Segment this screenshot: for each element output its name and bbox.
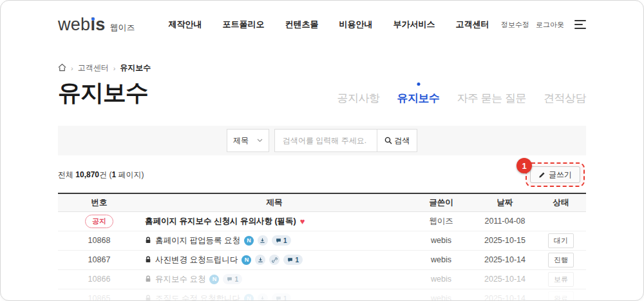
post-title-cell: 홈페이지 유지보수 신청시 유의사항 (필독)♥ [140, 211, 408, 231]
total-count: 10,870 [75, 170, 99, 179]
post-date: 2025-10-15 [474, 231, 536, 250]
post-number: 10866 [58, 269, 140, 289]
title-row: 유지보수 공지사항유지보수자주 묻는 질문견적상담 [58, 77, 586, 109]
post-status-cell: 대기 [536, 231, 586, 250]
column-header-4: 날짜 [474, 193, 536, 211]
post-title-link[interactable]: 홈페이지 팝업등록 요청 [155, 235, 240, 246]
lock-icon [145, 275, 151, 283]
board-tabs: 공지사항유지보수자주 묻는 질문견적상담 [337, 91, 586, 109]
post-title-cell: 유지보수 요청N1 [140, 269, 408, 289]
write-button[interactable]: 글쓰기 [530, 166, 580, 183]
breadcrumb: ›고객센터›유지보수 [58, 63, 586, 73]
utility-link-1[interactable]: 정보수정 [501, 20, 529, 30]
post-writer: webis [408, 289, 474, 301]
nav-item-1[interactable]: 제작안내 [169, 19, 202, 30]
search-input[interactable] [275, 130, 377, 151]
nav-item-4[interactable]: 비용안내 [339, 19, 373, 30]
status-badge: 완료 [548, 291, 574, 301]
column-header-1: 번호 [58, 193, 140, 211]
post-title-link[interactable]: 홈페이지 유지보수 신청시 유의사항 (필독) [145, 216, 296, 227]
comment-count-badge: 1 [283, 255, 303, 265]
post-number: 10868 [58, 231, 140, 250]
search-button[interactable]: 검색 [377, 130, 417, 151]
post-writer: 웹이즈 [408, 211, 474, 231]
search-category-value: 제목 [233, 135, 249, 146]
site-header: web is 웹이즈 제작안내포트폴리오컨텐츠몰비용안내부가서비스고객센터 정보… [58, 1, 586, 48]
nav-item-5[interactable]: 부가서비스 [393, 19, 435, 30]
post-date: 2025-10-14 [474, 250, 536, 269]
attachment-badge [258, 293, 268, 301]
tab-2-active[interactable]: 유지보수 [397, 91, 440, 106]
chevron-down-icon [257, 139, 263, 142]
breadcrumb-separator: › [113, 64, 116, 72]
write-button-label: 글쓰기 [549, 170, 572, 180]
notice-row: 공지홈페이지 유지보수 신청시 유의사항 (필독)♥웹이즈2011-04-08 [58, 211, 586, 231]
attachment-download-icon [260, 296, 265, 301]
breadcrumb-item-2[interactable]: 유지보수 [120, 63, 151, 73]
table-row: 10866유지보수 요청N1webis2025-10-14보류 [58, 269, 586, 289]
link-icon [272, 257, 278, 263]
comment-icon [287, 257, 293, 263]
post-title-link[interactable]: 유지보수 요청 [155, 274, 205, 285]
nav-item-3[interactable]: 컨텐츠몰 [285, 19, 319, 30]
post-title-cell: 조직도 수정 요청합니다N1 [140, 289, 408, 301]
search-category-select[interactable]: 제목 [227, 129, 269, 152]
annotation-highlight-box: 글쓰기 [526, 162, 585, 187]
status-badge: 보류 [548, 272, 574, 287]
attachment-badge [255, 255, 265, 265]
post-writer: webis [408, 231, 474, 250]
board-header-row: 번호제목글쓴이날짜상태 [58, 193, 586, 211]
column-header-5: 상태 [536, 193, 586, 211]
browser-frame: web is 웹이즈 제작안내포트폴리오컨텐츠몰비용안내부가서비스고객센터 정보… [0, 0, 644, 301]
board-table: 번호제목글쓴이날짜상태 공지홈페이지 유지보수 신청시 유의사항 (필독)♥웹이… [58, 193, 586, 301]
summary-row: 전체 10,870건 (1 페이지) 글쓰기 1 [58, 155, 586, 193]
logo[interactable]: web is 웹이즈 [58, 15, 135, 35]
post-status-cell [536, 211, 586, 231]
tab-3[interactable]: 자주 묻는 질문 [457, 91, 526, 106]
write-button-area: 글쓰기 1 [526, 162, 585, 187]
post-date: 2025-10-14 [474, 269, 536, 289]
nav-item-6[interactable]: 고객센터 [456, 19, 489, 30]
post-writer: webis [408, 250, 474, 269]
breadcrumb-item-1[interactable]: 고객센터 [78, 63, 109, 73]
post-date: 2011-04-08 [474, 211, 536, 231]
table-row: 10865조직도 수정 요청합니다N1webis2025-10-14완료 [58, 289, 586, 301]
table-row: 10867사진변경 요청드립니다N1webis2025-10-14진행 [58, 250, 586, 269]
nav-item-2[interactable]: 포트폴리오 [223, 19, 265, 30]
post-title-cell: 홈페이지 팝업등록 요청N1 [140, 231, 408, 250]
post-title-link[interactable]: 사진변경 요청드립니다 [155, 255, 238, 266]
utility-link-2[interactable]: 로그아웃 [536, 20, 564, 30]
new-post-badge: N [209, 275, 219, 284]
main-nav: 제작안내포트폴리오컨텐츠몰비용안내부가서비스고객센터 [169, 19, 489, 30]
logo-text-kr: 웹이즈 [110, 22, 135, 34]
post-number: 10867 [58, 250, 140, 269]
lock-icon [145, 237, 151, 244]
tab-4[interactable]: 견적상담 [544, 91, 586, 106]
post-date: 2025-10-14 [474, 289, 536, 301]
home-icon[interactable] [58, 63, 66, 73]
new-post-badge: N [244, 236, 254, 246]
post-title-cell: 사진변경 요청드립니다N1 [140, 250, 408, 269]
search-icon [384, 137, 392, 144]
hamburger-menu-icon[interactable] [574, 20, 586, 29]
logo-text-is: is [90, 15, 105, 35]
annotation-number-badge: 1 [516, 158, 532, 173]
tab-1[interactable]: 공지사항 [337, 91, 380, 106]
table-row: 10868홈페이지 팝업등록 요청N1webis2025-10-15대기 [58, 231, 586, 250]
search-button-label: 검색 [395, 135, 410, 146]
post-title-link[interactable]: 조직도 수정 요청합니다 [155, 293, 240, 301]
comment-count-badge: 1 [272, 235, 291, 246]
attachment-download-icon [260, 238, 265, 244]
page-title: 유지보수 [58, 77, 148, 109]
attachment-download-icon [258, 257, 263, 263]
lock-icon [145, 256, 151, 264]
post-status-cell: 진행 [536, 250, 586, 269]
attachment-badge [258, 235, 268, 246]
post-writer: webis [408, 269, 474, 289]
heart-icon: ♥ [300, 217, 305, 226]
list-summary: 전체 10,870건 (1 페이지) [58, 170, 144, 180]
comment-icon [227, 277, 232, 282]
pencil-icon [538, 171, 545, 179]
new-post-badge: N [242, 255, 251, 265]
utility-links: 정보수정로그아웃 [501, 20, 564, 30]
